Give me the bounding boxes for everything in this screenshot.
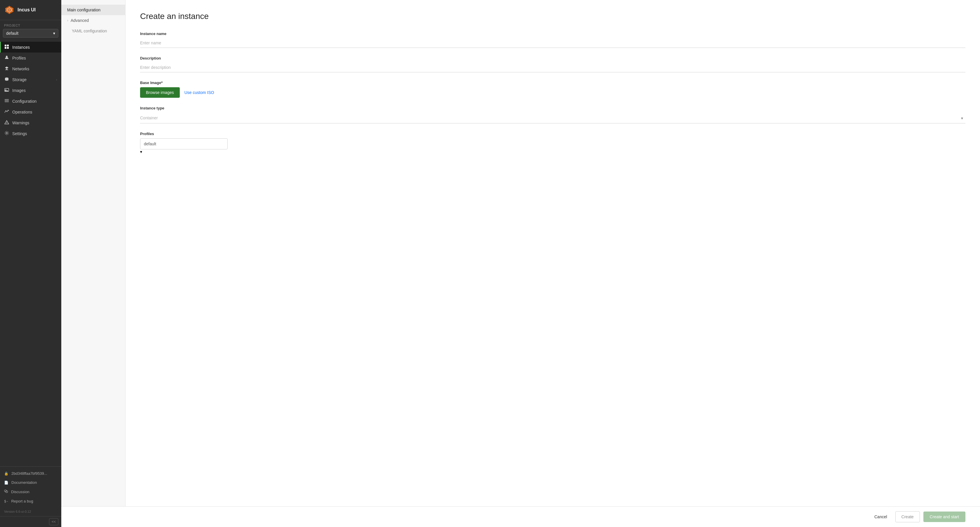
settings-icon: [4, 131, 10, 136]
profiles-icon: [4, 55, 10, 61]
svg-rect-8: [5, 47, 6, 49]
page-title: Create an instance: [140, 12, 966, 21]
profiles-select-wrapper: default ▾: [140, 139, 228, 154]
report-bug-label: Report a bug: [11, 499, 33, 503]
sidebar-item-label: Images: [12, 88, 26, 93]
bottom-bar: Cancel Create Create and start: [61, 506, 980, 527]
chevron-down-icon: ▾: [140, 150, 142, 154]
operations-icon: [4, 109, 10, 115]
sidebar-item-label: Instances: [12, 45, 30, 49]
steps-sidebar: Main configuration › Advanced YAML confi…: [61, 0, 126, 506]
project-label: Project: [0, 20, 61, 29]
sidebar-header: Incus UI: [0, 0, 61, 20]
base-image-label: Base Image*: [140, 81, 966, 85]
instance-name-label: Instance name: [140, 32, 966, 36]
step-advanced[interactable]: › Advanced: [61, 15, 125, 25]
sidebar-item-instances[interactable]: Instances: [0, 42, 61, 53]
project-current: default: [6, 31, 18, 36]
description-input[interactable]: [140, 63, 966, 72]
warnings-icon: [4, 120, 10, 126]
instances-icon: [4, 45, 10, 50]
form-area: Create an instance Instance name Descrip…: [126, 0, 980, 506]
doc-icon: 📄: [4, 481, 8, 485]
content-area: Main configuration › Advanced YAML confi…: [61, 0, 980, 506]
sidebar-report-bug[interactable]: $- Report a bug: [0, 497, 61, 506]
svg-rect-7: [7, 45, 9, 46]
sidebar-item-label: Configuration: [12, 99, 37, 103]
sidebar-item-label: Settings: [12, 131, 27, 136]
app-name: Incus UI: [18, 7, 36, 13]
sidebar-item-networks[interactable]: Networks: [0, 63, 61, 74]
configuration-icon: [4, 98, 10, 104]
sidebar-discussion[interactable]: Discussion: [0, 487, 61, 497]
profiles-select[interactable]: default: [140, 139, 228, 150]
sidebar-item-profiles[interactable]: Profiles: [0, 53, 61, 63]
chevron-down-icon: ▾: [53, 31, 55, 36]
instance-type-label: Instance type: [140, 106, 966, 110]
instance-name-section: Instance name: [140, 32, 966, 48]
svg-rect-14: [5, 99, 9, 100]
sidebar-bottom: 🔒 2bd348ffaa7bf9539... 📄 Documentation D…: [0, 466, 61, 508]
base-image-section: Base Image* Browse images Use custom ISO: [140, 81, 966, 98]
create-and-start-button[interactable]: Create and start: [923, 511, 966, 522]
chevron-right-icon: ›: [56, 78, 57, 81]
sidebar-item-settings[interactable]: Settings: [0, 128, 61, 139]
svg-rect-6: [5, 45, 6, 46]
images-icon: [4, 88, 10, 93]
use-custom-iso-link[interactable]: Use custom ISO: [181, 87, 218, 98]
documentation-label: Documentation: [11, 480, 37, 485]
profiles-label: Profiles: [140, 132, 966, 136]
sidebar-nav: Instances Profiles Networks Storage ›: [0, 40, 61, 466]
svg-rect-15: [5, 100, 9, 101]
sidebar-item-storage[interactable]: Storage ›: [0, 74, 61, 85]
certificate-label: 2bd348ffaa7bf9539...: [11, 471, 47, 476]
networks-icon: [4, 66, 10, 72]
instance-type-section: Instance type Container Virtual Machine …: [140, 106, 966, 123]
base-image-buttons: Browse images Use custom ISO: [140, 87, 966, 98]
sidebar-item-operations[interactable]: Operations: [0, 107, 61, 117]
browse-images-button[interactable]: Browse images: [140, 87, 180, 98]
discussion-label: Discussion: [11, 490, 29, 494]
step-advanced-label: Advanced: [71, 18, 89, 23]
instance-name-input[interactable]: [140, 38, 966, 48]
step-main-config[interactable]: Main configuration: [61, 5, 125, 15]
chevron-right-icon: ›: [67, 18, 68, 22]
instance-type-wrapper: Container Virtual Machine ▾: [140, 113, 966, 123]
profiles-section: Profiles default ▾: [140, 132, 966, 154]
sidebar-certificate[interactable]: 🔒 2bd348ffaa7bf9539...: [0, 469, 61, 478]
lock-icon: 🔒: [4, 471, 8, 476]
svg-rect-16: [5, 102, 9, 102]
sidebar-item-label: Profiles: [12, 56, 26, 61]
sidebar-item-label: Warnings: [12, 121, 29, 125]
sidebar: Incus UI Project default ▾ Instances Pro…: [0, 0, 61, 527]
sidebar-item-images[interactable]: Images: [0, 85, 61, 96]
version-text: Version 6.6-ui-0.12: [0, 508, 61, 516]
description-label: Description: [140, 56, 966, 61]
sidebar-item-warnings[interactable]: Warnings: [0, 117, 61, 128]
sidebar-documentation[interactable]: 📄 Documentation: [0, 478, 61, 487]
app-logo: [4, 5, 14, 15]
project-dropdown[interactable]: default ▾: [3, 29, 58, 38]
discussion-icon: [4, 489, 8, 494]
sidebar-collapse: <<: [0, 516, 61, 527]
step-yaml-label: YAML configuration: [72, 29, 107, 33]
create-button[interactable]: Create: [896, 511, 920, 522]
main-content: Main configuration › Advanced YAML confi…: [61, 0, 980, 527]
cancel-button[interactable]: Cancel: [870, 511, 892, 522]
collapse-button[interactable]: <<: [49, 518, 58, 525]
sidebar-item-label: Networks: [12, 67, 29, 71]
svg-rect-9: [7, 47, 9, 49]
storage-icon: [4, 77, 10, 82]
description-section: Description: [140, 56, 966, 72]
instance-type-select[interactable]: Container Virtual Machine: [140, 113, 966, 123]
sidebar-item-configuration[interactable]: Configuration: [0, 96, 61, 107]
svg-point-20: [6, 132, 8, 134]
bug-icon: $-: [4, 499, 8, 503]
sidebar-item-label: Operations: [12, 110, 32, 115]
step-yaml-config[interactable]: YAML configuration: [61, 25, 125, 36]
step-main-config-label: Main configuration: [67, 8, 100, 12]
sidebar-item-label: Storage: [12, 77, 27, 82]
